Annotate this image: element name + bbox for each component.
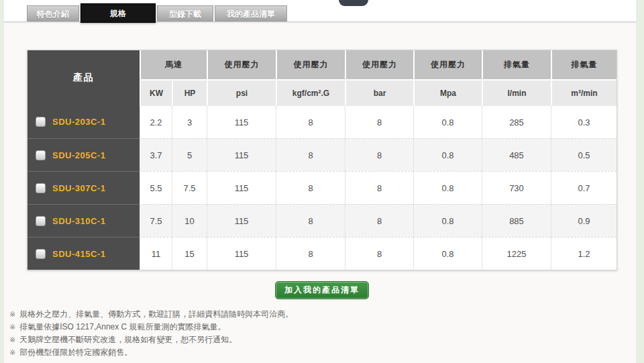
unit-header-lmin: l/min [482, 81, 551, 105]
group-header-displacement-m3min: 排氣量 [551, 50, 616, 81]
spec-value-cell: 10 [172, 204, 207, 237]
spec-value-cell: 8 [276, 138, 345, 171]
spec-value-cell: 15 [172, 237, 207, 270]
spec-value-cell: 885 [482, 204, 551, 237]
note-marker: ※ [9, 335, 15, 344]
note-item: ※部份機型僅限於特定國家銷售。 [9, 346, 293, 359]
spec-value-cell: 8 [276, 105, 345, 138]
product-name-link[interactable]: SDU-415C-1 [52, 249, 105, 259]
product-name-link[interactable]: SDU-307C-1 [52, 183, 105, 193]
spec-value-cell: 8 [345, 105, 413, 138]
spec-value-cell: 285 [482, 105, 551, 138]
product-photo-cropped [339, 0, 368, 6]
product-name-link[interactable]: SDU-203C-1 [52, 117, 105, 127]
group-header-motor: 馬達 [140, 50, 207, 81]
spec-value-cell: 485 [482, 138, 551, 171]
spec-value-cell: 8 [276, 171, 345, 204]
spec-table: 產品 馬達 使用壓力 使用壓力 使用壓力 使用壓力 排氣量 排氣量 KW HP … [27, 50, 617, 270]
group-header-pressure-mpa: 使用壓力 [413, 50, 482, 81]
note-text: 排氣量依據ISO 1217,Annex C 規範所量測的實際排氣量。 [19, 322, 225, 331]
note-marker: ※ [9, 323, 15, 331]
spec-value-cell: 730 [482, 171, 551, 204]
unit-header-psi: psi [207, 81, 276, 105]
unit-header-mpa: Mpa [413, 81, 482, 105]
note-item: ※天鵝牌空壓機不斷研究改進，規格如有變更，恕不另行通知。 [9, 333, 293, 346]
note-item: ※規格外之壓力、排氣量、傳動方式，歡迎訂購，詳細資料請隨時與本司洽商。 [9, 308, 293, 321]
note-item: ※排氣量依據ISO 1217,Annex C 規範所量測的實際排氣量。 [9, 321, 293, 333]
spec-value-cell: 8 [345, 171, 413, 204]
spec-value-cell: 115 [207, 204, 276, 237]
product-checkbox[interactable] [36, 249, 46, 259]
note-marker: ※ [9, 348, 15, 356]
spec-value-cell: 1225 [482, 237, 551, 270]
product-cell[interactable]: SDU-203C-1 [28, 105, 140, 138]
spec-value-cell: 0.8 [413, 171, 482, 204]
right-edge-strip [636, 0, 644, 363]
spec-value-cell: 8 [345, 204, 413, 237]
spec-value-cell: 1.2 [551, 237, 616, 270]
product-name-link[interactable]: SDU-205C-1 [52, 150, 105, 160]
spec-value-cell: 115 [207, 237, 276, 270]
spec-value-cell: 115 [207, 138, 276, 171]
product-cell[interactable]: SDU-307C-1 [28, 171, 140, 204]
spec-value-cell: 0.7 [551, 171, 616, 204]
tab-bar: 特色介紹 規格 型錄下載 我的產品清單 [27, 5, 287, 23]
note-text: 天鵝牌空壓機不斷研究改進，規格如有變更，恕不另行通知。 [19, 335, 237, 344]
tab-my-product-list[interactable]: 我的產品清單 [215, 5, 287, 21]
spec-value-cell: 5.5 [140, 171, 172, 204]
spec-value-cell: 3 [172, 105, 207, 138]
product-checkbox[interactable] [36, 117, 46, 127]
spec-value-cell: 7.5 [172, 171, 207, 204]
spec-value-cell: 0.8 [413, 204, 482, 237]
spec-value-cell: 3.7 [140, 138, 172, 171]
tab-catalog-download[interactable]: 型錄下載 [157, 5, 213, 21]
spec-value-cell: 8 [345, 138, 413, 171]
spec-value-cell: 0.9 [551, 204, 616, 237]
product-cell[interactable]: SDU-415C-1 [28, 237, 140, 270]
spec-value-cell: 8 [276, 204, 345, 237]
note-text: 部份機型僅限於特定國家銷售。 [19, 348, 132, 357]
tab-specifications[interactable]: 規格 [80, 3, 156, 23]
product-checkbox[interactable] [36, 183, 46, 193]
product-cell[interactable]: SDU-205C-1 [28, 138, 140, 171]
group-header-pressure-kgf: 使用壓力 [276, 50, 345, 81]
spec-value-cell: 7.5 [140, 204, 172, 237]
spec-value-cell: 115 [207, 171, 276, 204]
unit-header-kw: KW [140, 81, 172, 105]
unit-header-kgfcm2g: kgf/cm².G [276, 81, 345, 105]
spec-value-cell: 8 [345, 237, 413, 270]
spec-value-cell: 8 [276, 237, 345, 270]
spec-value-cell: 5 [172, 138, 207, 171]
product-checkbox[interactable] [36, 216, 46, 226]
note-marker: ※ [9, 310, 15, 318]
spec-value-cell: 115 [207, 105, 276, 138]
add-to-list-button[interactable]: 加入我的產品清單 [275, 281, 369, 299]
spec-value-cell: 0.8 [413, 138, 482, 171]
spec-value-cell: 11 [140, 237, 172, 270]
group-header-displacement-lmin: 排氣量 [482, 50, 551, 81]
spec-value-cell: 0.8 [413, 105, 482, 138]
unit-header-m3min: m³/min [551, 81, 616, 105]
group-header-pressure-psi: 使用壓力 [207, 50, 276, 81]
spec-value-cell: 0.8 [413, 237, 482, 270]
spec-value-cell: 0.5 [551, 138, 616, 171]
product-name-link[interactable]: SDU-310C-1 [52, 216, 105, 226]
top-bar: 特色介紹 規格 型錄下載 我的產品清單 [4, 0, 636, 22]
spec-value-cell: 2.2 [140, 105, 172, 138]
group-header-pressure-bar: 使用壓力 [345, 50, 413, 81]
unit-header-bar: bar [345, 81, 413, 105]
left-edge-strip [0, 0, 4, 363]
col-header-product: 產品 [28, 50, 140, 105]
unit-header-hp: HP [172, 81, 207, 105]
tab-features[interactable]: 特色介紹 [27, 5, 79, 21]
product-cell[interactable]: SDU-310C-1 [28, 204, 140, 237]
notes-list: ※規格外之壓力、排氣量、傳動方式，歡迎訂購，詳細資料請隨時與本司洽商。 ※排氣量… [9, 308, 293, 359]
product-checkbox[interactable] [36, 150, 46, 160]
spec-value-cell: 0.3 [551, 105, 616, 138]
note-text: 規格外之壓力、排氣量、傳動方式，歡迎訂購，詳細資料請隨時與本司洽商。 [19, 309, 293, 319]
